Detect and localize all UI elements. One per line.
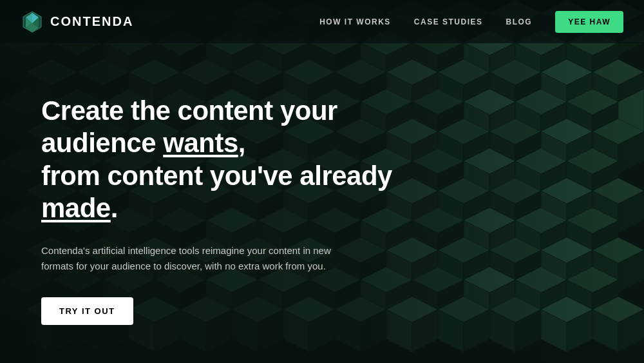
logo-text: CONTENDA	[50, 14, 133, 29]
hero-section: Create the content your audience wants, …	[0, 43, 451, 325]
headline-period: .	[111, 193, 118, 223]
hero-cta-button[interactable]: TRY IT OUT	[41, 297, 133, 325]
nav-link-how-it-works[interactable]: HOW IT WORKS	[319, 17, 391, 26]
logo[interactable]: CONTENDA	[21, 10, 133, 34]
nav-cta-button[interactable]: YEE HAW	[555, 11, 623, 33]
nav-link-blog[interactable]: BLOG	[506, 17, 532, 26]
nav-link-case-studies[interactable]: CASE STUDIES	[414, 17, 483, 26]
navbar: CONTENDA HOW IT WORKS CASE STUDIES BLOG …	[0, 0, 644, 43]
logo-icon	[21, 10, 44, 34]
headline-underline-1: wants	[163, 128, 238, 158]
headline-comma: ,	[238, 128, 245, 158]
hero-headline: Create the content your audience wants, …	[41, 95, 410, 225]
navbar-links: HOW IT WORKS CASE STUDIES BLOG YEE HAW	[319, 11, 623, 33]
headline-text-2: from content you've already	[41, 161, 392, 191]
hero-subtext: Contenda's artificial intelligence tools…	[41, 243, 350, 274]
headline-underline-2: made	[41, 193, 111, 223]
